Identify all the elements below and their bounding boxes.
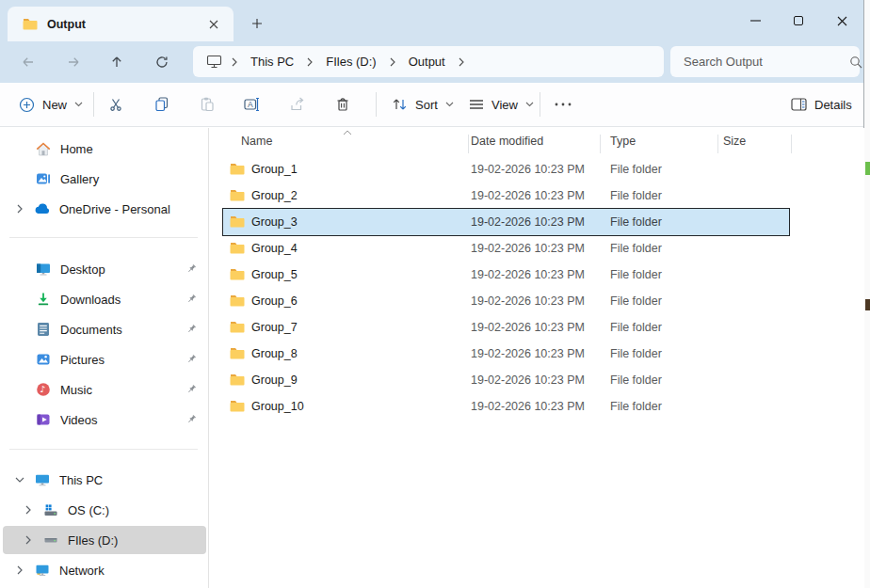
computer-icon[interactable] <box>202 55 226 69</box>
pin-icon <box>185 354 197 365</box>
file-name: Group_10 <box>251 400 304 413</box>
view-list-icon <box>469 98 484 111</box>
column-divider[interactable] <box>791 135 792 153</box>
background-window-fragment <box>865 299 870 310</box>
chevron-right-icon[interactable] <box>14 204 25 214</box>
folder-icon <box>230 347 245 359</box>
view-button[interactable]: View <box>461 92 541 118</box>
sidebar-item-downloads[interactable]: Downloads <box>3 285 206 313</box>
column-header-size[interactable]: Size <box>723 135 746 148</box>
column-header-date-modified[interactable]: Date modified <box>471 135 543 148</box>
file-row[interactable]: Group_3 19-02-2026 10:23 PM File folder <box>223 209 789 235</box>
sidebar-item-network[interactable]: Network <box>3 556 206 584</box>
column-divider[interactable] <box>600 135 601 153</box>
file-date-modified: 19-02-2026 10:23 PM <box>471 215 585 229</box>
folder-icon <box>23 18 38 30</box>
new-button-label: New <box>42 98 67 112</box>
up-icon[interactable] <box>102 47 132 77</box>
breadcrumb-current-folder[interactable]: Output <box>401 52 453 72</box>
sort-button[interactable]: Sort <box>384 91 461 118</box>
column-divider[interactable] <box>717 135 718 153</box>
sidebar-item-music[interactable]: ♪ Music <box>3 375 206 404</box>
downloads-icon <box>35 292 51 308</box>
file-row[interactable]: Group_8 19-02-2026 10:23 PM File folder <box>223 341 789 367</box>
file-row[interactable]: Group_10 19-02-2026 10:23 PM File folder <box>223 393 789 420</box>
breadcrumb-drive[interactable]: FIles (D:) <box>318 52 383 72</box>
svg-text:♪: ♪ <box>40 384 45 394</box>
file-row[interactable]: Group_4 19-02-2026 10:23 PM File folder <box>223 235 789 262</box>
column-header-type[interactable]: Type <box>610 135 636 148</box>
file-row[interactable]: Group_7 19-02-2026 10:23 PM File folder <box>223 314 789 341</box>
pin-icon <box>185 294 197 305</box>
sidebar-item-pictures[interactable]: Pictures <box>3 345 206 373</box>
cut-button[interactable] <box>102 89 132 119</box>
explorer-tab[interactable]: Output <box>8 7 234 41</box>
sort-button-label: Sort <box>415 98 438 112</box>
chevron-down-icon <box>74 102 83 107</box>
tab-close-icon[interactable] <box>201 12 226 37</box>
search-icon[interactable] <box>849 56 862 69</box>
forward-icon[interactable] <box>58 47 89 77</box>
sidebar-item-label: Home <box>60 142 206 156</box>
file-name: Group_5 <box>251 268 298 281</box>
new-button[interactable]: New <box>11 91 90 119</box>
sidebar-item-onedrive[interactable]: OneDrive - Personal <box>3 195 206 223</box>
file-row[interactable]: Group_5 19-02-2026 10:23 PM File folder <box>223 262 789 288</box>
chevron-right-icon[interactable] <box>23 535 34 545</box>
sidebar-item-documents[interactable]: Documents <box>3 315 206 343</box>
refresh-icon[interactable] <box>147 47 177 77</box>
chevron-right-icon <box>230 57 239 67</box>
file-date-modified: 19-02-2026 10:23 PM <box>471 163 585 176</box>
rename-button[interactable]: A <box>237 89 267 119</box>
file-date-modified: 19-02-2026 10:23 PM <box>471 347 585 360</box>
details-pane-label: Details <box>814 98 852 112</box>
chevron-down-icon[interactable] <box>14 477 25 483</box>
folder-icon <box>230 321 245 333</box>
more-options-icon[interactable] <box>548 89 578 119</box>
file-date-modified: 19-02-2026 10:23 PM <box>471 268 585 281</box>
sidebar-item-desktop[interactable]: Desktop <box>3 255 206 283</box>
sidebar-item-label: Desktop <box>60 262 185 277</box>
file-row[interactable]: Group_2 19-02-2026 10:23 PM File folder <box>223 183 789 209</box>
delete-button[interactable] <box>328 89 358 119</box>
sidebar-item-label: Videos <box>60 413 185 427</box>
folder-icon <box>230 163 245 175</box>
maximize-button[interactable] <box>777 0 820 41</box>
sidebar-item-gallery[interactable]: Gallery <box>3 165 206 193</box>
paste-button[interactable] <box>192 89 222 119</box>
back-icon[interactable] <box>13 47 43 77</box>
chevron-down-icon <box>525 102 534 107</box>
breadcrumb-this-pc[interactable]: This PC <box>243 52 301 72</box>
minimize-button[interactable] <box>733 0 777 41</box>
column-divider[interactable] <box>468 135 469 153</box>
details-pane-button[interactable]: Details <box>783 92 860 118</box>
share-button[interactable] <box>282 89 313 119</box>
search-input[interactable] <box>684 55 849 69</box>
column-header-name[interactable]: Name <box>241 135 272 148</box>
file-explorer-window: Output <box>0 0 864 588</box>
file-date-modified: 19-02-2026 10:23 PM <box>471 189 585 202</box>
desktop-background-strip <box>864 0 870 588</box>
sidebar-item-home[interactable]: Home <box>3 135 206 163</box>
sidebar-item-this-pc[interactable]: This PC <box>3 466 206 494</box>
file-row[interactable]: Group_6 19-02-2026 10:23 PM File folder <box>223 288 789 314</box>
documents-icon <box>35 322 51 338</box>
file-row[interactable]: Group_9 19-02-2026 10:23 PM File folder <box>223 367 789 393</box>
sidebar-item-label: Network <box>59 564 206 578</box>
file-row[interactable]: Group_1 19-02-2026 10:23 PM File folder <box>223 156 789 183</box>
new-tab-button[interactable] <box>243 9 271 38</box>
chevron-right-icon[interactable] <box>23 505 34 515</box>
chevron-right-icon[interactable] <box>457 57 466 67</box>
copy-button[interactable] <box>147 89 177 119</box>
close-button[interactable] <box>820 0 863 41</box>
sidebar-item-videos[interactable]: Videos <box>3 405 206 434</box>
chevron-right-icon[interactable] <box>14 565 25 575</box>
svg-text:A: A <box>248 100 253 109</box>
sidebar-item-files-d[interactable]: FIles (D:) <box>3 526 206 554</box>
file-type: File folder <box>610 294 662 308</box>
search-box[interactable] <box>670 46 860 77</box>
file-type: File folder <box>610 189 662 202</box>
onedrive-icon <box>34 201 50 217</box>
sidebar-separator <box>9 237 198 238</box>
sidebar-item-os-c[interactable]: OS (C:) <box>3 496 206 524</box>
